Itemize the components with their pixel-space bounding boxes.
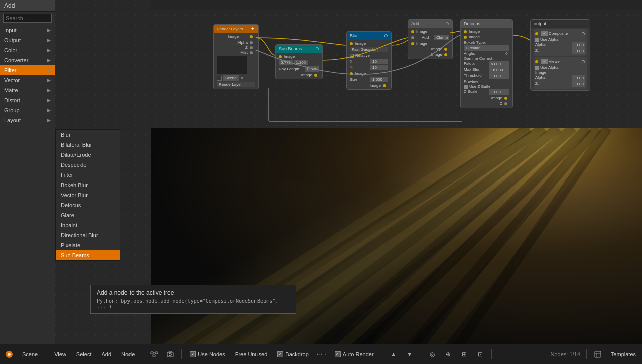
tools-icon1[interactable]: ◎ — [427, 349, 437, 359]
svg-point-27 — [319, 353, 320, 355]
sidebar-item-group[interactable]: Group ▶ — [0, 105, 55, 115]
sidebar-item-color[interactable]: Color ▶ — [0, 45, 55, 55]
svg-line-10 — [161, 128, 529, 364]
node-menu[interactable]: Node — [119, 350, 137, 358]
output-node[interactable]: output ✓ Composite ⊙ Use Alph — [530, 19, 590, 91]
svg-rect-2 — [151, 128, 642, 364]
output-header: output — [531, 20, 590, 28]
sidebar-item-input[interactable]: Input ▶ — [0, 25, 55, 35]
nodes-area: Render Layers ✦ Image Alpha Z M — [151, 10, 642, 138]
z-scale[interactable]: 1.000 — [489, 89, 509, 95]
nav-icon1[interactable]: ▲ — [389, 349, 399, 359]
blur-y[interactable]: 10 — [370, 65, 388, 70]
svg-line-9 — [421, 128, 602, 364]
filter-inpaint[interactable]: Inpaint — [56, 220, 120, 230]
scene-selector[interactable]: Scene — [20, 350, 40, 358]
blur-x[interactable]: 10 — [370, 59, 388, 64]
sun-val2[interactable]: 1.100 — [294, 60, 308, 65]
composite-alpha[interactable]: 1.000 — [572, 42, 585, 48]
filter-despeckle[interactable]: Despeckle — [56, 160, 120, 170]
node-editor-icon[interactable] — [149, 349, 159, 359]
add-menu[interactable]: Add — [99, 350, 113, 358]
tools-icon4[interactable]: ⊡ — [475, 349, 485, 359]
svg-point-30 — [325, 353, 326, 355]
sidebar-item-filter[interactable]: Filter ▶ — [0, 65, 55, 75]
tools-icon2[interactable]: ⊕ — [443, 349, 453, 359]
blur-node[interactable]: Blur ⊙ Image Fast Gaussian Relative X: 1… — [346, 31, 392, 90]
add-menu-header: Add — [0, 0, 55, 12]
sidebar-item-layout[interactable]: Layout ▶ — [0, 115, 55, 125]
search-box[interactable] — [0, 12, 55, 25]
filter-dilate-erode[interactable]: Dilate/Erode — [56, 150, 120, 160]
free-unused-button[interactable]: Free Unused — [233, 350, 270, 358]
tooltip-title: Add a node to the active tree — [97, 289, 290, 296]
backdrop-checkbox — [277, 351, 283, 357]
sidebar-item-matte[interactable]: Matte ▶ — [0, 85, 55, 95]
add-clamp[interactable]: Clamp — [434, 35, 449, 40]
filter-glare[interactable]: Glare — [56, 210, 120, 220]
add-node[interactable]: Add ⊙ Image Add Clamp Image Imag — [408, 19, 453, 59]
separator5 — [421, 349, 421, 359]
sidebar-item-converter[interactable]: Converter ▶ — [0, 55, 55, 65]
select-menu[interactable]: Select — [74, 350, 94, 358]
templates-button[interactable]: Templates — [609, 350, 638, 358]
ray-length[interactable]: 0.809 — [305, 66, 319, 72]
separator7 — [586, 349, 587, 359]
threshold[interactable]: 1.000 — [489, 73, 509, 79]
sidebar-item-vector[interactable]: Vector ▶ — [0, 75, 55, 85]
scene-select[interactable]: Scene — [223, 75, 239, 81]
sunbeam-visual — [151, 128, 642, 364]
camera-icon[interactable] — [165, 349, 175, 359]
bokeh-type[interactable]: Circular — [464, 45, 509, 51]
fstop[interactable]: 6.000 — [489, 61, 509, 67]
filter-bilateral-blur[interactable]: Bilateral Blur — [56, 140, 120, 150]
filter-pixelate[interactable]: Pixelate — [56, 240, 120, 250]
sidebar-item-output[interactable]: Output ▶ — [0, 35, 55, 45]
tools-icon3[interactable]: ⊞ — [459, 349, 469, 359]
filter-sun-beams[interactable]: Sun Beams — [56, 250, 120, 260]
view-menu[interactable]: View — [52, 350, 68, 358]
blur-size[interactable]: 1.000 — [370, 77, 388, 82]
filter-vector-blur[interactable]: Vector Blur — [56, 190, 120, 200]
filter-submenu: Blur Bilateral Blur Dilate/Erode Despeck… — [55, 129, 120, 261]
defocus-input-image2 — [464, 36, 467, 39]
nav-icon2[interactable]: ▼ — [405, 349, 415, 359]
separator6 — [491, 349, 492, 359]
filter-defocus[interactable]: Defocus — [56, 200, 120, 210]
search-input[interactable] — [3, 14, 52, 23]
render-layers-node[interactable]: Render Layers ✦ Image Alpha Z M — [213, 24, 259, 89]
svg-line-7 — [323, 128, 583, 364]
viewer-z[interactable]: 1.000 — [572, 81, 585, 87]
blur-header: Blur ⊙ — [347, 32, 391, 40]
sun-val1[interactable]: 0.770 — [279, 60, 293, 65]
blur-output — [383, 84, 386, 87]
use-nodes-toggle[interactable]: Use Nodes — [188, 350, 227, 358]
filter-bokeh-blur[interactable]: Bokeh Blur — [56, 180, 120, 190]
backdrop-toggle[interactable]: Backdrop — [275, 350, 310, 358]
templates-icon[interactable] — [593, 349, 603, 359]
svg-line-15 — [397, 128, 598, 364]
filter-filter[interactable]: Filter — [56, 170, 120, 180]
render-layer-field[interactable]: RenderLayer — [217, 82, 255, 87]
blender-icon[interactable] — [4, 349, 14, 359]
defocus-node[interactable]: Defocus Image Image Bokeh Type: Circular… — [460, 19, 513, 108]
svg-line-12 — [249, 128, 559, 364]
sun-output-image — [314, 74, 317, 77]
svg-line-16 — [445, 128, 607, 364]
blur-type[interactable]: Fast Gaussian — [350, 47, 388, 52]
arrow-icon: ▶ — [47, 38, 51, 43]
filter-blur[interactable]: Blur — [56, 130, 120, 140]
filter-directional-blur[interactable]: Directional Blur — [56, 230, 120, 240]
input-socket-image — [279, 55, 282, 58]
viewer-alpha[interactable]: 1.000 — [572, 75, 585, 81]
auto-render-toggle[interactable]: Auto Render — [333, 350, 376, 358]
use-nodes-checkbox — [190, 351, 196, 357]
color-picker-icon[interactable] — [317, 349, 327, 359]
sidebar-item-distort[interactable]: Distort ▶ — [0, 95, 55, 105]
defocus-output-z — [504, 102, 507, 105]
add-output-image — [444, 48, 447, 51]
composite-z[interactable]: 1.000 — [572, 48, 585, 54]
node-editor-topbar — [151, 0, 642, 10]
max-blur[interactable]: 16.000 — [489, 67, 509, 73]
sun-beams-node[interactable]: Sun Beams ⊙ Image 0.770 1.100 Ray Length… — [275, 44, 323, 79]
